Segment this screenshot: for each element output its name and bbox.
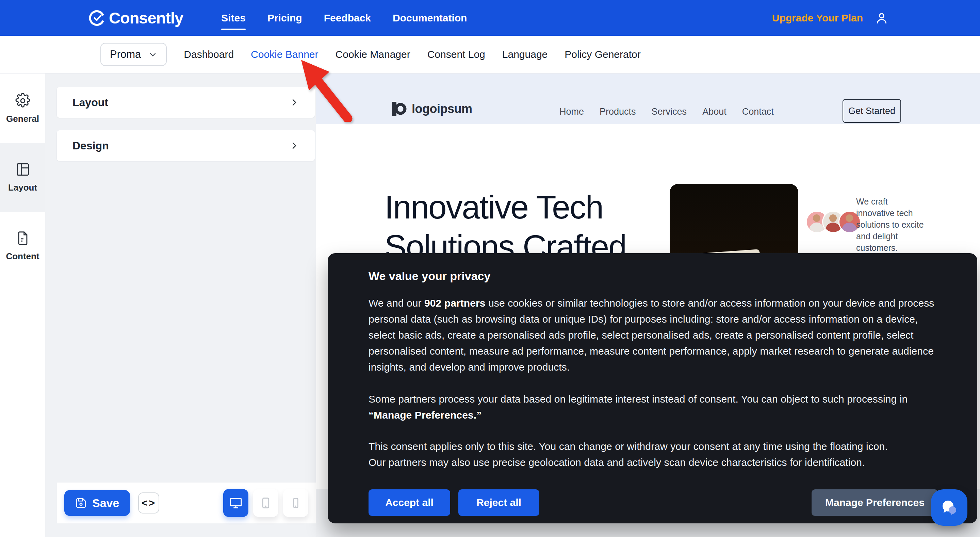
sidebar-item-label: Content — [6, 251, 39, 262]
preview-site-header: logoipsum Home Products Services About C… — [316, 73, 980, 124]
preview-nav-services[interactable]: Services — [652, 107, 687, 117]
settings-sidebar: General Layout Content — [0, 36, 45, 537]
preview-nav-about[interactable]: About — [702, 107, 727, 117]
nav-item-sites[interactable]: Sites — [221, 12, 246, 24]
layout-icon — [15, 162, 30, 177]
section-tabs: Dashboard Cookie Banner Cookie Manager C… — [184, 49, 640, 60]
sidebar-item-label: General — [6, 114, 39, 124]
p2-pre: Some partners process your data based on… — [369, 394, 907, 405]
nav-item-feedback[interactable]: Feedback — [324, 12, 371, 24]
get-started-button[interactable]: Get Started — [843, 99, 901, 123]
device-desktop-button[interactable] — [223, 489, 248, 517]
save-disk-icon — [75, 497, 87, 509]
p3-line-1: This consent applies only to this site. … — [369, 441, 888, 452]
tab-consent-log[interactable]: Consent Log — [427, 49, 485, 60]
sidebar-item-label: Layout — [8, 182, 37, 193]
nav-item-pricing[interactable]: Pricing — [267, 12, 302, 24]
chevron-down-icon — [148, 50, 157, 59]
preview-nav-contact[interactable]: Contact — [742, 107, 774, 117]
tab-language[interactable]: Language — [502, 49, 547, 60]
logoipsum-mark-icon — [391, 101, 407, 117]
topbar-right: Upgrade Your Plan — [772, 11, 889, 25]
device-preview-switcher — [223, 489, 308, 517]
upgrade-plan-link[interactable]: Upgrade Your Plan — [772, 12, 863, 24]
layout-accordion[interactable]: Layout — [57, 87, 315, 118]
embed-code-button[interactable]: <> — [138, 492, 159, 513]
cookie-banner-paragraph-3: This consent applies only to this site. … — [369, 438, 935, 470]
desktop-monitor-icon — [229, 496, 243, 510]
preview-site-logo: logoipsum — [391, 101, 472, 117]
app-root: Consently Sites Pricing Feedback Documen… — [0, 0, 980, 537]
banner-settings-panel: Layout Design Save — [45, 36, 316, 537]
site-selector-value: Proma — [110, 48, 141, 61]
manage-preferences-button[interactable]: Manage Preferences — [811, 489, 938, 516]
user-account-icon[interactable] — [875, 11, 889, 25]
preview-nav-home[interactable]: Home — [559, 107, 584, 117]
chevron-right-icon — [289, 97, 299, 108]
sidebar-item-content[interactable]: Content — [0, 212, 45, 280]
customer-avatars — [806, 210, 861, 233]
tab-cookie-banner[interactable]: Cookie Banner — [251, 49, 318, 60]
get-started-label: Get Started — [848, 106, 895, 116]
design-accordion[interactable]: Design — [57, 130, 315, 161]
brand-logo[interactable]: Consently — [89, 8, 183, 27]
site-selector-dropdown[interactable]: Proma — [100, 43, 167, 66]
preview-logo-text: logoipsum — [412, 102, 472, 116]
save-button[interactable]: Save — [64, 490, 130, 516]
tab-dashboard[interactable]: Dashboard — [184, 49, 234, 60]
p1-rest: use cookies or similar technologies to s… — [369, 298, 934, 373]
cookie-consent-banner: We value your privacy We and our 902 par… — [328, 253, 977, 523]
site-toolbar: Proma Dashboard Cookie Banner Cookie Man… — [0, 36, 980, 73]
panel-footer: Save <> — [57, 483, 316, 523]
p1-partners-count: 902 partners — [424, 298, 485, 309]
design-accordion-label: Design — [73, 140, 109, 152]
top-nav-links: Sites Pricing Feedback Documentation — [221, 12, 467, 24]
tab-cookie-manager[interactable]: Cookie Manager — [336, 49, 410, 60]
chat-widget-button[interactable] — [931, 489, 967, 526]
chat-bubbles-icon — [940, 498, 959, 518]
sidebar-item-layout[interactable]: Layout — [0, 143, 45, 212]
reject-all-button[interactable]: Reject all — [458, 489, 539, 516]
layout-accordion-label: Layout — [73, 96, 108, 109]
p3-line-2: Our partners may also use precise geoloc… — [369, 457, 865, 468]
consently-logo-icon — [89, 10, 105, 26]
mobile-phone-icon — [290, 497, 301, 509]
cookie-banner-title: We value your privacy — [369, 269, 977, 283]
cookie-banner-paragraph-1: We and our 902 partners use cookies or s… — [369, 295, 935, 375]
device-mobile-button[interactable] — [283, 489, 308, 517]
code-icon: <> — [142, 497, 156, 509]
preview-nav-products[interactable]: Products — [600, 107, 636, 117]
p2-manage-preferences: “Manage Preferences.” — [369, 410, 482, 421]
hero-line-1: Innovative Tech — [385, 188, 626, 227]
tablet-icon — [259, 497, 272, 510]
nav-item-documentation[interactable]: Documentation — [393, 12, 467, 24]
preview-site-nav: Home Products Services About Contact — [559, 107, 774, 117]
p1-pre: We and our — [369, 298, 424, 309]
top-navbar: Consently Sites Pricing Feedback Documen… — [0, 0, 980, 36]
cookie-banner-actions: Accept all Reject all Manage Preferences — [369, 489, 938, 516]
testimonial-text: We craft innovative tech solutions to ex… — [856, 197, 924, 252]
document-icon — [15, 231, 30, 246]
save-button-label: Save — [92, 497, 119, 510]
gear-icon — [15, 93, 30, 108]
accept-all-button[interactable]: Accept all — [369, 489, 450, 516]
device-tablet-button[interactable] — [253, 489, 278, 517]
tab-policy-generator[interactable]: Policy Generator — [565, 49, 640, 60]
chevron-right-icon — [289, 140, 299, 151]
sidebar-item-general[interactable]: General — [0, 74, 45, 143]
cookie-banner-paragraph-2: Some partners process your data based on… — [369, 391, 935, 423]
brand-name: Consently — [109, 8, 183, 27]
